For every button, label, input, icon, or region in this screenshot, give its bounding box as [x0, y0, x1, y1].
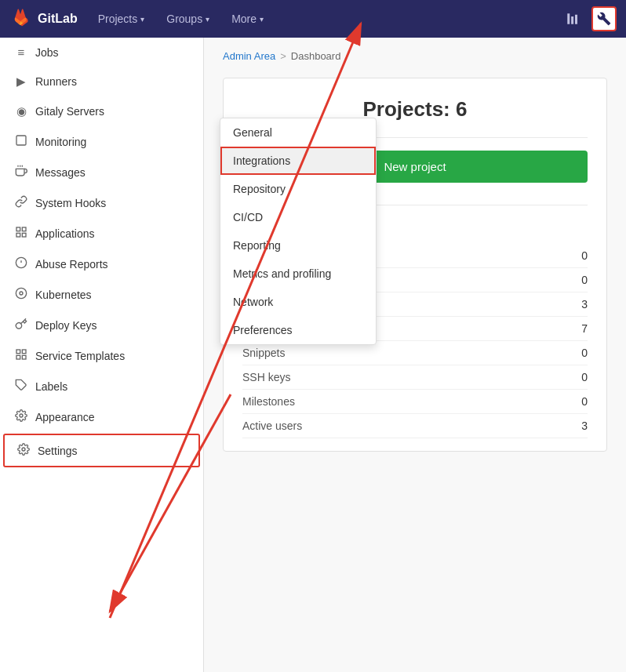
- nav-more[interactable]: More ▾: [224, 8, 271, 30]
- sidebar-item-label: Appearance: [35, 411, 95, 423]
- system-hooks-icon: [15, 195, 27, 210]
- sidebar-item-appearance[interactable]: Appearance: [0, 401, 203, 432]
- svg-point-22: [22, 448, 25, 451]
- nav-projects[interactable]: Projects ▾: [90, 8, 153, 30]
- dropdown-item-metrics[interactable]: Metrics and profiling: [220, 260, 376, 288]
- stat-value: 3: [581, 298, 588, 311]
- svg-rect-18: [22, 355, 26, 359]
- appearance-icon: [15, 409, 27, 424]
- sidebar-item-kubernetes[interactable]: Kubernetes: [0, 279, 203, 310]
- sidebar-item-label: Kubernetes: [35, 289, 92, 301]
- stat-row-ssh-keys: SSH keys 0: [242, 365, 588, 390]
- breadcrumb-separator: >: [280, 50, 286, 62]
- svg-rect-2: [575, 15, 577, 24]
- monitoring-icon: [15, 134, 27, 149]
- sidebar-item-service-templates[interactable]: Service Templates: [0, 340, 203, 371]
- jobs-icon: ≡: [15, 45, 27, 59]
- admin-wrench-btn[interactable]: [591, 6, 617, 31]
- stat-value: 0: [581, 274, 588, 286]
- sidebar-item-labels[interactable]: Labels: [0, 371, 203, 401]
- breadcrumb-current: Dashboard: [291, 50, 341, 62]
- activity-icon-btn[interactable]: [560, 6, 585, 31]
- stat-value: 0: [581, 347, 588, 359]
- sidebar-item-label: Jobs: [35, 46, 59, 59]
- sidebar-item-monitoring[interactable]: Monitoring: [0, 126, 203, 157]
- svg-rect-7: [16, 227, 20, 231]
- sidebar-item-system-hooks[interactable]: System Hooks: [0, 187, 203, 218]
- svg-rect-19: [16, 355, 20, 359]
- deploy-keys-icon: [15, 318, 27, 332]
- breadcrumb: Admin Area > Dashboard: [223, 50, 607, 62]
- svg-point-15: [20, 292, 23, 295]
- sidebar-item-label: System Hooks: [35, 197, 106, 209]
- kubernetes-icon: [15, 287, 27, 302]
- stat-row-active-users: Active users 3: [242, 414, 588, 438]
- breadcrumb-admin-link[interactable]: Admin Area: [223, 50, 275, 62]
- sidebar-item-runners[interactable]: ▶ Runners: [0, 67, 203, 96]
- stat-value: 0: [581, 249, 588, 262]
- dropdown-item-general[interactable]: General: [220, 118, 376, 147]
- dropdown-item-integrations[interactable]: Integrations: [220, 147, 376, 175]
- svg-rect-9: [22, 233, 26, 237]
- chevron-down-icon: ▾: [206, 15, 209, 24]
- gitlab-logo-text: GitLab: [38, 12, 78, 26]
- dropdown-item-preferences[interactable]: Preferences: [220, 316, 376, 344]
- sidebar-item-label: Monitoring: [35, 136, 86, 148]
- sidebar-item-label: Gitaly Servers: [35, 105, 104, 118]
- svg-rect-3: [16, 136, 26, 145]
- settings-dropdown: General Integrations Repository CI/CD Re…: [220, 118, 377, 345]
- labels-icon: [15, 379, 27, 394]
- stat-row-milestones: Milestones 0: [242, 390, 588, 414]
- dropdown-item-reporting[interactable]: Reporting: [220, 231, 376, 260]
- sidebar-item-label: Labels: [35, 380, 67, 393]
- sidebar-item-jobs[interactable]: ≡ Jobs: [0, 38, 203, 67]
- stat-label: Milestones: [242, 395, 295, 408]
- svg-rect-17: [22, 350, 26, 354]
- applications-icon: [15, 226, 27, 241]
- settings-icon: [17, 443, 30, 458]
- sidebar-item-label: Messages: [35, 166, 86, 179]
- stat-label: Active users: [242, 420, 302, 432]
- runners-icon: ▶: [15, 74, 27, 89]
- sidebar-item-applications[interactable]: Applications: [0, 218, 203, 249]
- svg-rect-16: [16, 350, 20, 354]
- sidebar-item-deploy-keys[interactable]: Deploy Keys: [0, 310, 203, 340]
- sidebar-item-messages[interactable]: Messages: [0, 157, 203, 187]
- sidebar-item-abuse-reports[interactable]: Abuse Reports: [0, 249, 203, 279]
- gitaly-icon: ◉: [15, 104, 27, 118]
- abuse-reports-icon: [15, 256, 27, 271]
- chevron-down-icon: ▾: [260, 15, 264, 24]
- sidebar-item-gitaly[interactable]: ◉ Gitaly Servers: [0, 96, 203, 126]
- svg-rect-8: [22, 227, 26, 231]
- svg-point-14: [16, 288, 26, 298]
- dropdown-item-repository[interactable]: Repository: [220, 175, 376, 203]
- sidebar-item-settings[interactable]: Settings: [3, 434, 200, 467]
- stat-value: 0: [581, 395, 588, 408]
- sidebar-item-label: Service Templates: [35, 350, 125, 362]
- service-templates-icon: [15, 348, 27, 363]
- gitlab-logo[interactable]: GitLab: [9, 8, 78, 30]
- sidebar-item-label: Runners: [35, 75, 77, 88]
- dropdown-item-network[interactable]: Network: [220, 288, 376, 316]
- svg-point-21: [20, 414, 23, 417]
- stat-value: 3: [581, 420, 588, 432]
- top-navigation: GitLab Projects ▾ Groups ▾ More ▾: [0, 0, 626, 38]
- stat-value: 7: [581, 322, 588, 335]
- svg-rect-0: [567, 13, 570, 24]
- svg-rect-10: [16, 233, 20, 237]
- stat-label: Snippets: [242, 347, 285, 359]
- messages-icon: [15, 165, 27, 180]
- sidebar-item-label: Abuse Reports: [35, 258, 108, 271]
- stat-label: SSH keys: [242, 371, 290, 383]
- svg-rect-1: [571, 16, 573, 24]
- sidebar-item-label: Deploy Keys: [35, 319, 97, 332]
- chevron-down-icon: ▾: [140, 15, 144, 24]
- stat-value: 0: [581, 371, 588, 383]
- sidebar-item-label: Settings: [38, 445, 78, 457]
- dropdown-item-cicd[interactable]: CI/CD: [220, 203, 376, 231]
- nav-groups[interactable]: Groups ▾: [158, 8, 217, 30]
- sidebar: ≡ Jobs ▶ Runners ◉ Gitaly Servers Monito…: [0, 38, 204, 672]
- sidebar-item-label: Applications: [35, 227, 95, 240]
